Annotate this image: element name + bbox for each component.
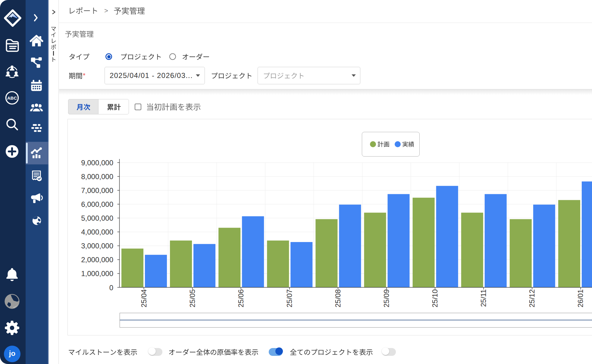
svg-text:ABC: ABC (7, 95, 17, 101)
